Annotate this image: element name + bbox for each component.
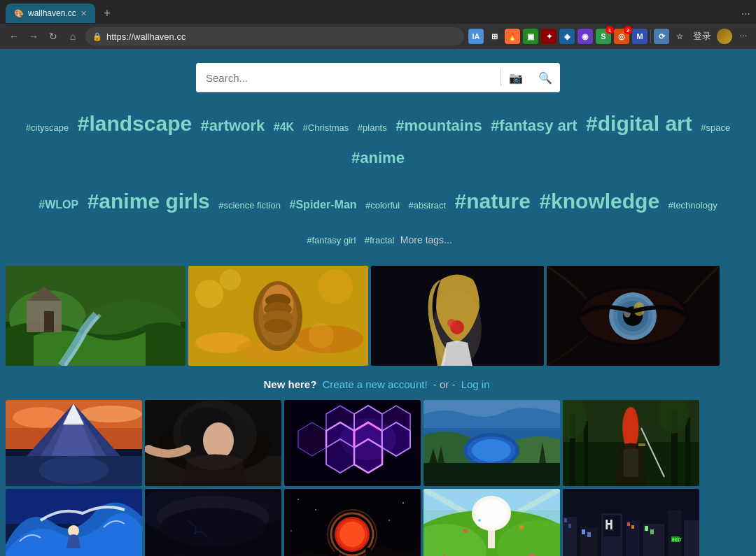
svg-point-20 (220, 269, 241, 290)
tag-mountains[interactable]: #mountains (396, 111, 482, 141)
tag-science-fiction[interactable]: #science fiction (218, 197, 281, 215)
camera-search-button[interactable]: 📷 (501, 63, 531, 92)
thumb-fantasy-girl-dark[interactable] (371, 266, 544, 366)
image-row-1 (0, 266, 756, 366)
ext-blue-icon[interactable]: ◈ (559, 29, 575, 44)
thumb-dark-portrait[interactable] (145, 400, 281, 486)
tag-fantasy-art[interactable]: #fantasy art (491, 111, 578, 141)
url-input[interactable] (106, 31, 457, 42)
tag-plants[interactable]: #plants (358, 120, 387, 137)
search-bar: 📷 🔍 (196, 63, 560, 92)
active-tab[interactable]: 🎨 wallhaven.cc ✕ (6, 3, 95, 23)
thumb-dark-storm[interactable] (145, 489, 281, 556)
search-input[interactable] (196, 72, 500, 84)
tag-fractal[interactable]: #fractal (365, 232, 395, 250)
svg-point-105 (340, 522, 365, 547)
ext-s-icon[interactable]: S 1 (596, 29, 611, 44)
tag-spider-man[interactable]: #Spider-Man (290, 194, 357, 215)
ext-grid-icon[interactable]: ⊞ (486, 29, 502, 44)
ext-sync-icon[interactable]: ⟳ (654, 29, 669, 44)
thumb-eye-closeup[interactable] (547, 266, 720, 366)
new-tab-button[interactable]: + (98, 6, 111, 21)
address-bar[interactable]: 🔒 (85, 27, 464, 45)
camera-icon: 📷 (509, 71, 523, 85)
svg-point-98 (298, 499, 299, 500)
svg-point-40 (79, 406, 142, 422)
svg-point-52 (173, 400, 257, 470)
browser-extensions: IA ⊞ 🔥 ▣ ✦ ◈ ◉ S 1 ◎ 2 M ⟳ ☆ 登录 ⋯ (468, 27, 750, 45)
create-account-link[interactable]: Create a new account! (323, 378, 428, 390)
ext-badge-icon[interactable]: ◎ 2 (614, 29, 629, 44)
signin-button[interactable]: 登录 (690, 27, 714, 45)
new-here-prompt: New here? (263, 378, 316, 390)
svg-point-63 (340, 418, 396, 460)
svg-rect-130 (564, 518, 567, 522)
svg-point-101 (388, 520, 390, 521)
tag-landscape[interactable]: #landscape (78, 104, 192, 143)
tag-anime[interactable]: #anime (351, 143, 405, 173)
nav-buttons: ← → ↻ ⌂ (6, 28, 81, 45)
thumb-fantasy-meadow[interactable] (424, 489, 560, 556)
image-row-3: H EXIT (0, 489, 756, 556)
tag-knowledge[interactable]: #knowledge (539, 181, 659, 221)
tab-close[interactable]: ✕ (80, 9, 87, 18)
thumb-purple-hexagons[interactable] (284, 400, 421, 486)
browser-chrome: 🎨 wallhaven.cc ✕ + ⋯ ← → ↻ ⌂ 🔒 IA ⊞ 🔥 ▣ … (0, 0, 756, 49)
user-avatar[interactable] (717, 29, 732, 44)
tag-artwork[interactable]: #artwork (201, 111, 265, 141)
login-link[interactable]: Log in (461, 378, 490, 390)
browser-menu-button[interactable]: ⋯ (741, 8, 750, 19)
ext-ia-icon[interactable]: IA (468, 29, 484, 44)
thumb-nature-stream[interactable] (6, 266, 186, 366)
search-icon: 🔍 (538, 71, 552, 85)
svg-point-127 (478, 519, 481, 522)
thumb-ocean-wave[interactable] (6, 489, 142, 556)
tag-fantasy-girl[interactable]: #fantasy girl (307, 232, 356, 250)
tag-technology[interactable]: #technology (668, 197, 718, 215)
svg-text:EXIT: EXIT (672, 537, 682, 542)
ext-m-icon[interactable]: M (632, 29, 648, 44)
ext-star-icon[interactable]: ☆ (672, 29, 687, 44)
thumb-pine-cone[interactable] (188, 266, 368, 366)
tab-favicon: 🎨 (14, 9, 24, 18)
thumb-anime-mountain[interactable] (6, 400, 142, 486)
svg-rect-143 (650, 529, 654, 534)
tag-anime-girls[interactable]: #anime girls (88, 181, 210, 221)
ext-purple-icon[interactable]: ◉ (578, 29, 593, 44)
svg-point-125 (463, 529, 468, 533)
svg-rect-140 (631, 525, 634, 529)
tag-space[interactable]: #space (701, 120, 730, 137)
tag-christmas[interactable]: #Christmas (303, 120, 349, 137)
svg-point-99 (315, 509, 316, 511)
svg-point-18 (195, 280, 223, 308)
search-button[interactable]: 🔍 (531, 63, 560, 92)
more-tags-link[interactable]: More tags... (400, 234, 452, 245)
forward-button[interactable]: → (25, 28, 42, 45)
tag-digital-art[interactable]: #digital art (586, 104, 692, 143)
more-options-icon[interactable]: ⋯ (735, 29, 750, 44)
svg-point-100 (402, 502, 404, 504)
tag-colorful[interactable]: #colorful (365, 197, 400, 215)
svg-point-19 (318, 269, 353, 304)
thumb-pixel-city[interactable]: H EXIT (563, 489, 699, 556)
tag-nature[interactable]: #nature (455, 181, 531, 221)
svg-point-110 (365, 548, 371, 553)
tag-wlop[interactable]: #WLOP (38, 194, 78, 215)
ext-red-icon[interactable]: ✦ (541, 29, 556, 44)
back-button[interactable]: ← (6, 28, 22, 45)
svg-point-95 (160, 508, 265, 547)
image-row-2 (0, 400, 756, 486)
tag-abstract[interactable]: #abstract (409, 197, 446, 215)
home-button[interactable]: ⌂ (64, 28, 81, 45)
thumb-crater-landscape[interactable] (424, 400, 560, 486)
ext-fire-icon[interactable]: 🔥 (505, 29, 520, 44)
ext-green-icon[interactable]: ▣ (523, 29, 538, 44)
tag-cityscape[interactable]: #cityscape (26, 120, 69, 137)
tag-4k[interactable]: #4K (274, 117, 294, 138)
thumb-eclipse-space[interactable] (284, 489, 421, 556)
thumb-anime-warrior[interactable] (563, 400, 699, 486)
refresh-button[interactable]: ↻ (45, 28, 62, 45)
tags-row-1: #cityscape #landscape #artwork #4K #Chri… (0, 104, 756, 181)
lock-icon: 🔒 (92, 32, 102, 41)
new-here-banner: New here? Create a new account! - or - L… (0, 369, 756, 400)
